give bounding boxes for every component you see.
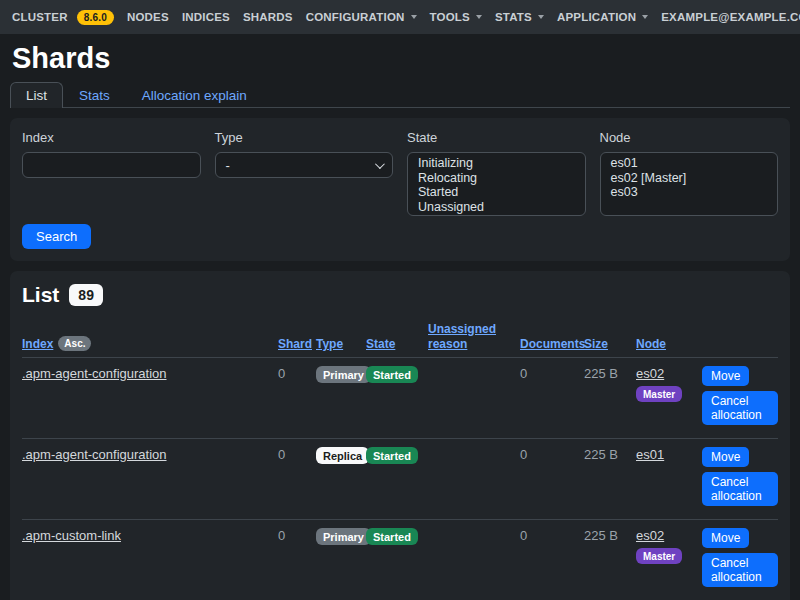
page-title: Shards	[12, 42, 800, 75]
nav-item-shards[interactable]: SHARDS	[243, 11, 293, 23]
tab-allocation-explain[interactable]: Allocation explain	[126, 82, 263, 108]
state-badge: Started	[366, 366, 418, 383]
type-label: Type	[215, 130, 394, 145]
type-badge: Primary	[316, 366, 371, 383]
type-badge: Primary	[316, 528, 371, 545]
state-option[interactable]: Started	[408, 185, 585, 200]
sort-link-shard[interactable]: Shard	[278, 337, 312, 351]
filter-panel: Index Type - State Initializing Relocati…	[10, 118, 790, 261]
state-option[interactable]: Initializing	[408, 156, 585, 171]
caret-down-icon	[538, 15, 544, 19]
sort-link-unassigned-reason[interactable]: Unassigned reason	[428, 322, 496, 351]
version-badge: 8.6.0	[77, 10, 114, 25]
navbar: CLUSTER 8.6.0 NODES INDICES SHARDS CONFI…	[0, 0, 800, 34]
cancel-allocation-button[interactable]: Cancel allocation	[702, 472, 778, 506]
nav-item-label: STATS	[495, 11, 532, 23]
state-option[interactable]: Unassigned	[408, 200, 585, 215]
filter-field-node: Node es01 es02 [Master] es03	[600, 130, 779, 216]
master-badge: Master	[636, 386, 682, 402]
filter-field-index: Index	[22, 130, 201, 216]
sort-direction-badge: Asc.	[58, 336, 91, 351]
filter-field-type: Type -	[215, 130, 394, 216]
node-option[interactable]: es03	[601, 185, 778, 200]
tab-bar: List Stats Allocation explain	[10, 82, 790, 108]
sort-link-type[interactable]: Type	[316, 337, 343, 351]
nav-item-nodes[interactable]: NODES	[127, 11, 169, 23]
sort-link-index[interactable]: Index	[22, 337, 53, 351]
type-select[interactable]: -	[215, 152, 394, 178]
brand-label: CLUSTER	[12, 11, 68, 23]
nav-item-label: SHARDS	[243, 11, 293, 23]
nav-dropdown-stats[interactable]: STATS	[495, 11, 544, 23]
filter-field-state: State Initializing Relocating Started Un…	[407, 130, 586, 216]
table-row: .apm-custom-link 0 Primary Started 0 225…	[22, 519, 778, 600]
table-header-row: IndexAsc. Shard Type State Unassigned re…	[22, 321, 778, 357]
index-input[interactable]	[22, 152, 201, 178]
move-button[interactable]: Move	[702, 366, 749, 386]
type-select-value: -	[226, 158, 230, 173]
list-heading: List 89	[22, 283, 778, 307]
table-row: .apm-agent-configuration 0 Replica Start…	[22, 438, 778, 519]
move-button[interactable]: Move	[702, 528, 749, 548]
sort-link-size[interactable]: Size	[584, 337, 608, 351]
search-button[interactable]: Search	[22, 224, 91, 249]
navbar-brand[interactable]: CLUSTER 8.6.0	[12, 10, 114, 25]
user-menu[interactable]: EXAMPLE@EXAMPLE.COM	[661, 11, 800, 23]
chevron-down-icon	[375, 159, 385, 169]
table-row: .apm-agent-configuration 0 Primary Start…	[22, 357, 778, 438]
nav-dropdown-application[interactable]: APPLICATION	[557, 11, 648, 23]
nav-item-indices[interactable]: INDICES	[182, 11, 230, 23]
nav-item-label: TOOLS	[430, 11, 470, 23]
documents-cell: 0	[520, 447, 580, 462]
node-link[interactable]: es01	[636, 447, 664, 462]
navbar-right: EXAMPLE@EXAMPLE.COM	[661, 9, 800, 26]
state-badge: Started	[366, 528, 418, 545]
sort-link-node[interactable]: Node	[636, 337, 666, 351]
actions-cell: Move Cancel allocation	[702, 528, 778, 592]
actions-cell: Move Cancel allocation	[702, 447, 778, 511]
tab-list[interactable]: List	[10, 82, 63, 108]
index-link[interactable]: .apm-custom-link	[22, 528, 121, 543]
size-cell: 225 B	[584, 528, 632, 543]
state-badge: Started	[366, 447, 418, 464]
state-label: State	[407, 130, 586, 145]
node-option[interactable]: es02 [Master]	[601, 171, 778, 186]
documents-cell: 0	[520, 528, 580, 543]
actions-cell: Move Cancel allocation	[702, 366, 778, 430]
state-listbox[interactable]: Initializing Relocating Started Unassign…	[407, 152, 586, 216]
tab-stats[interactable]: Stats	[63, 82, 126, 108]
caret-down-icon	[642, 15, 648, 19]
nav-item-label: INDICES	[182, 11, 230, 23]
sort-link-state[interactable]: State	[366, 337, 395, 351]
table-body: .apm-agent-configuration 0 Primary Start…	[22, 357, 778, 600]
list-panel: List 89 IndexAsc. Shard Type State Unass…	[10, 271, 790, 600]
type-badge: Replica	[316, 447, 369, 464]
column-header-index: IndexAsc.	[22, 336, 274, 351]
shard-cell: 0	[278, 366, 312, 381]
node-listbox[interactable]: es01 es02 [Master] es03	[600, 152, 779, 216]
sort-link-documents[interactable]: Documents	[520, 337, 585, 351]
index-link[interactable]: .apm-agent-configuration	[22, 447, 167, 462]
master-badge: Master	[636, 548, 682, 564]
index-link[interactable]: .apm-agent-configuration	[22, 366, 167, 381]
node-label: Node	[600, 130, 779, 145]
size-cell: 225 B	[584, 366, 632, 381]
filter-grid: Index Type - State Initializing Relocati…	[22, 130, 778, 216]
list-title: List	[22, 283, 59, 307]
cancel-allocation-button[interactable]: Cancel allocation	[702, 553, 778, 587]
node-option[interactable]: es01	[601, 156, 778, 171]
cancel-allocation-button[interactable]: Cancel allocation	[702, 391, 778, 425]
nav-item-label: CONFIGURATION	[306, 11, 405, 23]
move-button[interactable]: Move	[702, 447, 749, 467]
shard-cell: 0	[278, 528, 312, 543]
node-link[interactable]: es02	[636, 366, 664, 381]
nav-dropdown-tools[interactable]: TOOLS	[430, 11, 482, 23]
caret-down-icon	[476, 15, 482, 19]
node-link[interactable]: es02	[636, 528, 664, 543]
caret-down-icon	[411, 15, 417, 19]
nav-item-label: APPLICATION	[557, 11, 636, 23]
nav-dropdown-configuration[interactable]: CONFIGURATION	[306, 11, 417, 23]
count-badge: 89	[69, 284, 103, 306]
nav-item-label: NODES	[127, 11, 169, 23]
state-option[interactable]: Relocating	[408, 171, 585, 186]
